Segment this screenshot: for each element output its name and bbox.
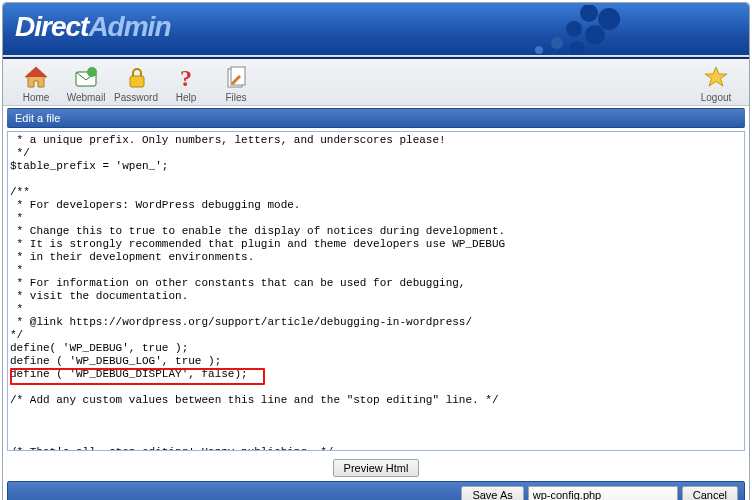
toolbar-files[interactable]: Files [211,63,261,103]
filename-input[interactable] [528,486,678,500]
editor-wrapper [7,131,745,455]
file-editor-textarea[interactable] [7,131,745,451]
svg-point-8 [87,67,97,77]
preview-html-button[interactable]: Preview Html [333,459,420,477]
toolbar-password[interactable]: Password [111,63,161,103]
toolbar-webmail[interactable]: Webmail [61,63,111,103]
svg-point-3 [585,25,605,45]
cancel-button[interactable]: Cancel [682,486,738,500]
toolbar-logout[interactable]: Logout [691,63,741,103]
svg-point-2 [566,21,582,37]
toolbar-home-label: Home [23,92,50,103]
toolbar-home[interactable]: Home [11,63,61,103]
toolbar-files-label: Files [225,92,246,103]
star-icon [701,63,731,91]
main-toolbar: Home Webmail Password ? Help Files [3,59,749,106]
files-icon [221,63,251,91]
toolbar-logout-label: Logout [701,92,732,103]
toolbar-webmail-label: Webmail [67,92,106,103]
brand-logo: DirectAdmin [15,11,170,43]
home-icon [21,63,51,91]
header: DirectAdmin [3,3,749,59]
svg-point-0 [580,5,598,22]
toolbar-password-label: Password [114,92,158,103]
save-as-button[interactable]: Save As [461,486,523,500]
section-title: Edit a file [7,108,745,128]
webmail-icon [71,63,101,91]
header-decoration-icon [519,5,639,59]
svg-point-4 [551,37,563,49]
question-icon: ? [171,63,201,91]
bottom-action-bar: Save As Cancel [7,481,745,500]
svg-rect-9 [130,76,144,87]
lock-icon [121,63,151,91]
toolbar-help[interactable]: ? Help [161,63,211,103]
svg-text:?: ? [180,65,192,90]
svg-point-1 [598,8,620,30]
toolbar-help-label: Help [176,92,197,103]
svg-point-6 [535,46,543,54]
